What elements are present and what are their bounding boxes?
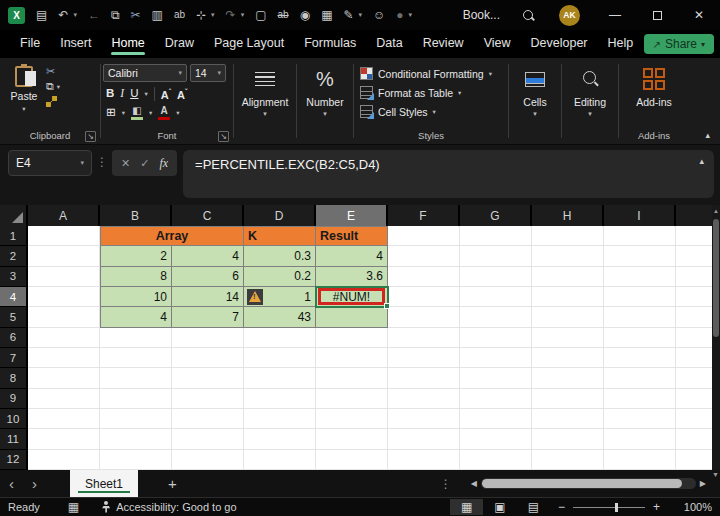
- new-file-icon[interactable]: ▢: [255, 9, 266, 21]
- font-name-select[interactable]: Calibri ▾: [103, 64, 187, 82]
- cell-F11[interactable]: [388, 429, 460, 449]
- formula-input[interactable]: =PERCENTILE.EXC(B2:C5,D4) ▴: [183, 150, 714, 198]
- cell-I10[interactable]: [604, 409, 676, 429]
- cell-partial[interactable]: [676, 307, 712, 327]
- column-header-d[interactable]: D: [244, 205, 316, 226]
- row-header-5[interactable]: 5: [0, 307, 28, 327]
- cell-D1[interactable]: K: [244, 226, 316, 246]
- tab-draw[interactable]: Draw: [155, 31, 204, 57]
- cell-C6[interactable]: [172, 328, 244, 348]
- cell-E12[interactable]: [316, 450, 388, 470]
- editing-chevron-icon[interactable]: ▾: [588, 110, 592, 118]
- replace-icon[interactable]: ab: [174, 10, 185, 20]
- cell-E5[interactable]: [316, 307, 388, 327]
- cell-I6[interactable]: [604, 328, 676, 348]
- cell-F6[interactable]: [388, 328, 460, 348]
- cell-B5[interactable]: 4: [100, 307, 172, 327]
- cell-D3[interactable]: 0.2: [244, 267, 316, 287]
- cell-partial[interactable]: [676, 368, 712, 388]
- touch-mode-icon[interactable]: ⊹: [196, 9, 206, 21]
- tab-help[interactable]: Help: [598, 31, 644, 57]
- cell-G3[interactable]: [460, 267, 532, 287]
- cell-D11[interactable]: [244, 429, 316, 449]
- cell-D12[interactable]: [244, 450, 316, 470]
- cell-H8[interactable]: [532, 368, 604, 388]
- cell-H10[interactable]: [532, 409, 604, 429]
- row-header-3[interactable]: 3: [0, 267, 28, 287]
- vertical-scrollbar[interactable]: ▲: [712, 205, 720, 470]
- cell-F4[interactable]: [388, 287, 460, 307]
- borders-chevron-icon[interactable]: ▾: [122, 109, 125, 117]
- cell-B8[interactable]: [100, 368, 172, 388]
- column-header-c[interactable]: C: [172, 205, 244, 226]
- cut-button[interactable]: ✂: [46, 66, 55, 77]
- scroll-left-icon[interactable]: ◀: [467, 479, 481, 488]
- cell-E8[interactable]: [316, 368, 388, 388]
- sheet-tab-sheet1[interactable]: Sheet1: [70, 470, 138, 497]
- cell-B2[interactable]: 2: [100, 246, 172, 266]
- cell-partial[interactable]: [676, 267, 712, 287]
- row-header-1[interactable]: 1: [0, 226, 28, 246]
- row-header-9[interactable]: 9: [0, 389, 28, 409]
- cell-I8[interactable]: [604, 368, 676, 388]
- cell-B7[interactable]: [100, 348, 172, 368]
- cell-H5[interactable]: [532, 307, 604, 327]
- bold-button[interactable]: B: [106, 88, 114, 100]
- zoom-in-button[interactable]: +: [645, 500, 668, 514]
- font-size-select[interactable]: 14 ▾: [190, 64, 226, 82]
- cell-G8[interactable]: [460, 368, 532, 388]
- cancel-entry-button[interactable]: ✕: [121, 157, 130, 170]
- cell-E9[interactable]: [316, 389, 388, 409]
- copy-chevron-icon[interactable]: ▾: [57, 83, 60, 91]
- cell-partial[interactable]: [676, 246, 712, 266]
- cell-F8[interactable]: [388, 368, 460, 388]
- undo-icon[interactable]: ↶: [58, 9, 68, 21]
- cell-C4[interactable]: 14: [172, 287, 244, 307]
- cell-F2[interactable]: [388, 246, 460, 266]
- account-avatar[interactable]: AK: [559, 5, 580, 26]
- cell-E7[interactable]: [316, 348, 388, 368]
- cell-A3[interactable]: [28, 267, 100, 287]
- save-icon[interactable]: ▤: [36, 9, 47, 21]
- scroll-right-icon[interactable]: ▶: [696, 479, 710, 488]
- fill-color-chevron-icon[interactable]: ▾: [149, 109, 152, 117]
- cell-F3[interactable]: [388, 267, 460, 287]
- font-color-chevron-icon[interactable]: ▾: [176, 109, 179, 117]
- cell-C2[interactable]: 4: [172, 246, 244, 266]
- cells-chevron-icon[interactable]: ▾: [533, 110, 537, 118]
- cell-I4[interactable]: [604, 287, 676, 307]
- cell-I2[interactable]: [604, 246, 676, 266]
- number-group[interactable]: % Number ▾: [297, 58, 353, 144]
- cell-C9[interactable]: [172, 389, 244, 409]
- vertical-scrollbar-thumb[interactable]: [713, 219, 719, 337]
- cell-D7[interactable]: [244, 348, 316, 368]
- cell-B11[interactable]: [100, 429, 172, 449]
- cell-I12[interactable]: [604, 450, 676, 470]
- horizontal-scrollbar[interactable]: ◀ ▶: [467, 478, 710, 489]
- tab-formulas[interactable]: Formulas: [294, 31, 366, 57]
- clipboard-dialog-launcher[interactable]: ↘: [85, 131, 96, 142]
- cell-H11[interactable]: [532, 429, 604, 449]
- close-button[interactable]: ✕: [678, 0, 720, 30]
- increase-font-button[interactable]: Aˆ: [161, 88, 171, 101]
- format-painter-button[interactable]: [46, 96, 57, 107]
- fill-color-button[interactable]: ◧: [131, 106, 143, 120]
- cell-C10[interactable]: [172, 409, 244, 429]
- select-all-button[interactable]: [0, 205, 28, 226]
- cell-D2[interactable]: 0.3: [244, 246, 316, 266]
- cell-F7[interactable]: [388, 348, 460, 368]
- cell-E10[interactable]: [316, 409, 388, 429]
- cell-E3[interactable]: 3.6: [316, 267, 388, 287]
- cell-E4-active[interactable]: #NUM!: [316, 287, 388, 307]
- row-header-8[interactable]: 8: [0, 368, 28, 388]
- customize-qat-icon[interactable]: ▾: [409, 11, 413, 19]
- cell-E11[interactable]: [316, 429, 388, 449]
- cell-A8[interactable]: [28, 368, 100, 388]
- cell-H2[interactable]: [532, 246, 604, 266]
- row-header-6[interactable]: 6: [0, 328, 28, 348]
- cell-E2[interactable]: 4: [316, 246, 388, 266]
- cell-partial[interactable]: [676, 287, 712, 307]
- cell-I5[interactable]: [604, 307, 676, 327]
- cell-G5[interactable]: [460, 307, 532, 327]
- undo-chevron-icon[interactable]: ▾: [73, 11, 77, 19]
